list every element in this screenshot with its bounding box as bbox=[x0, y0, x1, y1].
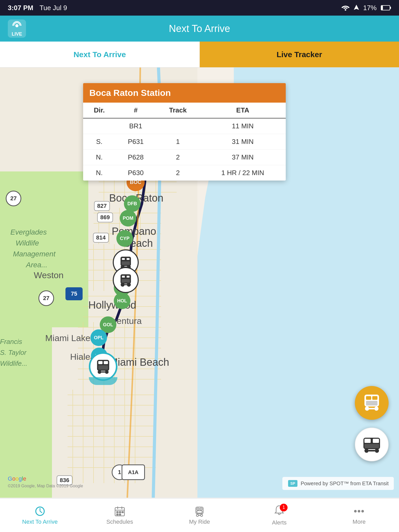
tab-next-to-arrive-bottom[interactable]: Next To Arrive bbox=[0, 506, 80, 525]
arrival-row: BR111 MIN bbox=[83, 118, 286, 134]
arrival-row: N.P63021 HR / 22 MIN bbox=[83, 165, 286, 181]
road-814: 814 bbox=[93, 233, 109, 243]
alerts-badge-count: 1 bbox=[280, 504, 288, 511]
arrival-cell-number: P630 bbox=[115, 165, 156, 181]
svg-rect-68 bbox=[126, 258, 130, 260]
arrival-cell-dir: N. bbox=[83, 150, 115, 165]
fab-bus-button[interactable] bbox=[355, 428, 389, 461]
tab-schedules-bottom[interactable]: Schedules bbox=[80, 506, 159, 525]
tab-more-bottom[interactable]: More bbox=[319, 506, 399, 525]
svg-point-0 bbox=[345, 9, 346, 11]
svg-point-77 bbox=[121, 283, 124, 286]
svg-rect-88 bbox=[366, 396, 371, 400]
date-display: Tue Jul 9 bbox=[39, 4, 67, 12]
highway-a1a: A1A bbox=[122, 464, 145, 480]
tab-more-label: More bbox=[353, 518, 365, 525]
train-station-bottom[interactable] bbox=[89, 352, 117, 381]
arrival-cell-eta: 1 HR / 22 MIN bbox=[200, 165, 286, 181]
tab-myride-label: My Ride bbox=[189, 518, 210, 525]
svg-point-84 bbox=[98, 370, 101, 374]
arrival-cell-dir: S. bbox=[83, 134, 115, 150]
svg-rect-69 bbox=[122, 261, 130, 265]
arrival-cell-track bbox=[156, 118, 200, 134]
arrival-row: S.P631131 MIN bbox=[83, 134, 286, 150]
col-dir: Dir. bbox=[83, 103, 115, 118]
road-827: 827 bbox=[94, 201, 110, 211]
svg-rect-90 bbox=[366, 401, 377, 405]
arrival-cell-number: P631 bbox=[115, 134, 156, 150]
svg-rect-115 bbox=[119, 514, 121, 515]
alerts-badge-container: 1 bbox=[274, 505, 285, 518]
tab-myride-bottom[interactable]: My Ride bbox=[159, 506, 239, 525]
svg-rect-76 bbox=[122, 279, 130, 283]
tab-schedules-label: Schedules bbox=[106, 518, 133, 525]
station-pom[interactable]: POM bbox=[120, 210, 136, 227]
svg-point-121 bbox=[201, 514, 203, 516]
status-bar: 3:07 PM Tue Jul 9 17% bbox=[0, 0, 399, 16]
calendar-icon bbox=[114, 506, 125, 517]
station-cyp[interactable]: CYP bbox=[116, 230, 133, 247]
svg-rect-75 bbox=[126, 275, 130, 278]
col-eta: ETA bbox=[200, 103, 286, 118]
dots-icon bbox=[353, 506, 365, 517]
svg-point-98 bbox=[364, 449, 369, 453]
svg-point-92 bbox=[374, 407, 378, 411]
train-2[interactable] bbox=[113, 267, 139, 293]
svg-point-4 bbox=[15, 24, 18, 27]
arrival-table: Dir. # Track ETA BR111 MINS.P631131 MINN… bbox=[83, 103, 286, 181]
station-card: Boca Raton Station Dir. # Track ETA BR11… bbox=[83, 83, 286, 181]
tab-alerts-bottom[interactable]: 1 Alerts bbox=[240, 505, 319, 526]
svg-rect-95 bbox=[364, 439, 371, 443]
wifi-icon bbox=[341, 5, 350, 11]
arrival-cell-dir: N. bbox=[83, 165, 115, 181]
nav-bar: LIVE Next To Arrive bbox=[0, 16, 399, 42]
tab-live-tracker[interactable]: Live Tracker bbox=[200, 42, 399, 67]
svg-rect-97 bbox=[364, 444, 379, 448]
highway-27-south: 27 bbox=[38, 290, 54, 306]
road-869: 869 bbox=[97, 212, 113, 222]
live-icon: LIVE bbox=[8, 19, 26, 38]
svg-point-124 bbox=[358, 510, 360, 513]
interstate-75: 75 bbox=[65, 287, 83, 300]
battery-icon bbox=[381, 5, 391, 11]
station-card-title: Boca Raton Station bbox=[83, 83, 286, 103]
svg-rect-113 bbox=[122, 511, 123, 513]
svg-rect-96 bbox=[373, 439, 379, 443]
station-hol[interactable]: HOL bbox=[114, 292, 130, 309]
tab-switcher: Next To Arrive Live Tracker bbox=[0, 42, 399, 68]
arrival-cell-track: 2 bbox=[156, 165, 200, 181]
svg-rect-111 bbox=[117, 511, 118, 513]
powered-by-text: Powered by SPOT™ from ETA Transit bbox=[301, 481, 389, 487]
bottom-tab-bar: Next To Arrive Schedules My Ride bbox=[0, 498, 399, 532]
col-track: Track bbox=[156, 103, 200, 118]
powered-by: SP Powered by SPOT™ from ETA Transit bbox=[282, 477, 394, 490]
arrival-cell-eta: 31 MIN bbox=[200, 134, 286, 150]
arrival-cell-eta: 37 MIN bbox=[200, 150, 286, 165]
battery-display: 17% bbox=[363, 4, 377, 12]
svg-point-78 bbox=[127, 283, 130, 286]
station-dfb[interactable]: DFB bbox=[124, 195, 141, 212]
arrival-cell-number: BR1 bbox=[115, 118, 156, 134]
clock-icon bbox=[34, 506, 46, 517]
arrival-cell-number: P628 bbox=[115, 150, 156, 165]
time-display: 3:07 PM bbox=[8, 4, 33, 12]
map-container[interactable]: Lake Worth Boca Raton Pompano Beach West… bbox=[0, 68, 399, 498]
svg-rect-119 bbox=[197, 511, 202, 513]
arrival-cell-track: 2 bbox=[156, 150, 200, 165]
arrival-cell-dir bbox=[83, 118, 115, 134]
svg-rect-81 bbox=[98, 361, 102, 364]
svg-rect-89 bbox=[372, 396, 377, 400]
nav-title: Next To Arrive bbox=[169, 23, 230, 34]
tab-next-to-arrive[interactable]: Next To Arrive bbox=[0, 42, 200, 67]
svg-point-99 bbox=[375, 449, 379, 453]
arrival-cell-eta: 11 MIN bbox=[200, 118, 286, 134]
svg-rect-114 bbox=[117, 514, 118, 515]
station-arc bbox=[89, 377, 117, 385]
svg-rect-2 bbox=[390, 7, 391, 9]
location-icon bbox=[354, 5, 359, 11]
google-logo: Google bbox=[8, 475, 26, 482]
copyright-text: ©2019 Google, Map Data ©2019 Google bbox=[8, 484, 83, 488]
svg-rect-74 bbox=[122, 275, 125, 278]
fab-train-button[interactable] bbox=[355, 386, 389, 420]
station-opl[interactable]: OPL bbox=[90, 329, 107, 346]
